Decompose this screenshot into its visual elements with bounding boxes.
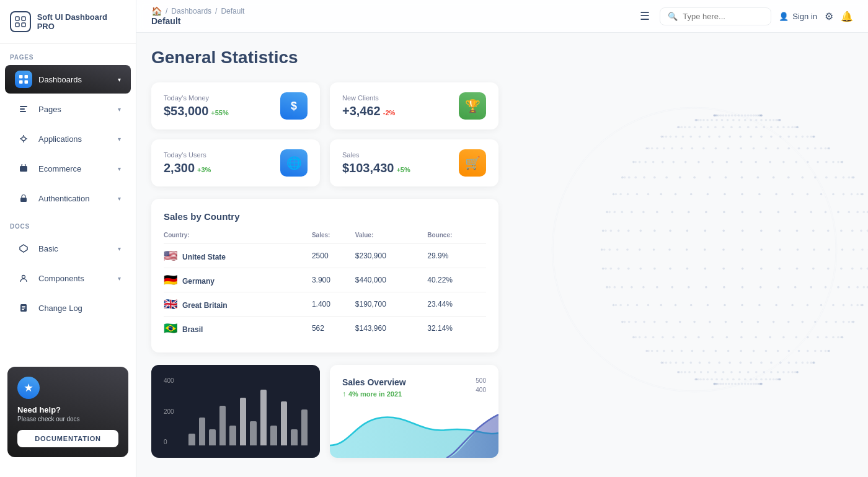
svg-rect-12 (20, 166, 27, 172)
stat-icon-sales: 🛒 (459, 149, 486, 177)
search-input[interactable] (683, 12, 763, 21)
y-label-200: 200 (164, 408, 174, 415)
svg-point-15 (22, 276, 25, 279)
svg-rect-8 (20, 106, 27, 107)
country-name-0: 🇺🇸United State (164, 244, 312, 268)
stat-info-users: Today's Users 2,300 +3% (164, 151, 211, 175)
top-nav: 🏠 / Dashboards / Default Default ☰ 🔍 👤 S… (136, 0, 868, 33)
col-value: Value: (355, 232, 427, 244)
dashboards-arrow: ▾ (118, 76, 121, 83)
bell-icon[interactable]: 🔔 (841, 11, 853, 22)
country-sales-2: 1.400 (312, 292, 355, 317)
signin-button[interactable]: 👤 Sign in (779, 12, 817, 21)
sidebar-logo: Soft UI Dashboard PRO (0, 0, 136, 44)
y-label-400b: 400 (476, 387, 486, 393)
stat-label-money: Today's Money (164, 94, 229, 102)
stat-info-clients: New Clients +3,462 -2% (342, 94, 395, 118)
table-row: 🇧🇷Brasil 562 $143,960 32.14% (164, 317, 486, 341)
stat-label-clients: New Clients (342, 94, 395, 102)
sidebar-item-changelog-label: Change Log (38, 304, 121, 313)
country-bounce-3: 32.14% (427, 317, 486, 341)
country-flag-3: 🇧🇷 (164, 322, 177, 335)
stat-label-sales: Sales (342, 151, 410, 159)
bar-9 (281, 401, 288, 445)
sidebar-item-dashboards-label: Dashboards (38, 75, 112, 84)
components-icon (15, 269, 32, 287)
sidebar-item-ecommerce-label: Ecommerce (38, 164, 112, 173)
country-name-1: 🇩🇪Germany (164, 268, 312, 292)
y-label-500: 500 (476, 377, 486, 384)
topnav-right: 🔍 👤 Sign in ⚙ 🔔 (660, 7, 853, 25)
dollar-icon: $ (291, 100, 297, 113)
sidebar-item-authentication-label: Authentication (38, 194, 112, 203)
bar-5 (240, 398, 247, 445)
svg-rect-4 (19, 75, 23, 79)
sidebar-item-authentication[interactable]: Authentication ▾ (5, 184, 131, 212)
stat-change-clients: -2% (383, 109, 396, 116)
changelog-icon (15, 299, 32, 317)
sidebar-item-dashboards[interactable]: Dashboards ▾ (5, 65, 131, 94)
svg-rect-0 (16, 17, 19, 20)
bar-4 (229, 426, 236, 445)
applications-icon (15, 130, 32, 147)
svg-point-11 (22, 137, 25, 141)
country-value-2: $190,700 (355, 292, 427, 317)
bar-8 (270, 426, 277, 445)
sidebar-item-components[interactable]: Components ▾ (5, 264, 131, 292)
sidebar-item-ecommerce[interactable]: Ecommerce ▾ (5, 154, 131, 183)
country-bounce-0: 29.9% (427, 244, 486, 268)
stat-value-clients: +3,462 (342, 104, 381, 118)
country-flag-1: 🇩🇪 (164, 274, 177, 286)
svg-point-21 (553, 108, 836, 391)
country-value-1: $440,000 (355, 268, 427, 292)
need-help-star-icon: ★ (17, 377, 40, 399)
sidebar-item-applications-label: Applications (38, 134, 112, 144)
bar-10 (291, 429, 298, 445)
sales-by-country-card: Sales by Country Country: Sales: Value: … (151, 199, 498, 352)
svg-rect-18 (22, 308, 25, 309)
sidebar-item-components-label: Components (38, 274, 112, 283)
sidebar-item-basic[interactable]: Basic ▾ (5, 234, 131, 263)
bar-chart-y-labels: 400 200 0 (164, 377, 174, 445)
country-value-0: $230,900 (355, 244, 427, 268)
breadcrumb-dashboards: Dashboards (171, 7, 211, 15)
country-flag-0: 🇺🇸 (164, 250, 177, 262)
stat-icon-money: $ (280, 92, 308, 120)
pages-section-label: PAGES (0, 44, 136, 64)
search-icon: 🔍 (668, 12, 678, 21)
sidebar-item-applications[interactable]: Applications ▾ (5, 125, 131, 153)
breadcrumb-wrap: 🏠 / Dashboards / Default Default (151, 6, 244, 26)
country-name-2: 🇬🇧Great Britain (164, 292, 312, 317)
bar-chart-card: 400 200 0 (151, 365, 320, 458)
breadcrumb-home-icon: 🏠 (151, 6, 162, 16)
hamburger-button[interactable]: ☰ (640, 9, 650, 23)
page-subtitle: Default (151, 16, 244, 26)
svg-rect-6 (19, 81, 23, 84)
bar-6 (250, 421, 257, 445)
stat-card-users: Today's Users 2,300 +3% 🌐 (151, 139, 320, 186)
breadcrumb-sep1: / (166, 7, 167, 15)
sidebar-item-pages[interactable]: Pages ▾ (5, 95, 131, 123)
country-table: Country: Sales: Value: Bounce: 🇺🇸United … (164, 232, 486, 340)
stat-value-sales: $103,430 (342, 161, 394, 175)
stat-value-users: 2,300 (164, 161, 195, 175)
content-area: /* dots generated inline */ .globe-dots-… (136, 33, 868, 477)
svg-point-14 (23, 199, 24, 201)
breadcrumb-sep2: / (215, 7, 217, 15)
stat-value-money: $53,000 (164, 104, 208, 118)
y-label-0: 0 (164, 439, 174, 445)
ecommerce-icon (15, 160, 32, 177)
docs-section-label: DOCS (0, 213, 136, 234)
documentation-button[interactable]: DOCUMENTATION (17, 430, 118, 447)
stat-change-money: +55% (211, 109, 228, 116)
sidebar-item-changelog[interactable]: Change Log (5, 294, 131, 322)
pages-arrow: ▾ (118, 106, 121, 113)
sales-overview-title: Sales Overview (342, 377, 486, 387)
basic-arrow: ▾ (118, 245, 121, 252)
y-label-400: 400 (164, 377, 174, 384)
settings-icon[interactable]: ⚙ (825, 11, 833, 22)
table-row: 🇬🇧Great Britain 1.400 $190,700 23.44% (164, 292, 486, 317)
stat-info-money: Today's Money $53,000 +55% (164, 94, 229, 118)
components-arrow: ▾ (118, 275, 121, 282)
bar-1 (199, 418, 206, 445)
